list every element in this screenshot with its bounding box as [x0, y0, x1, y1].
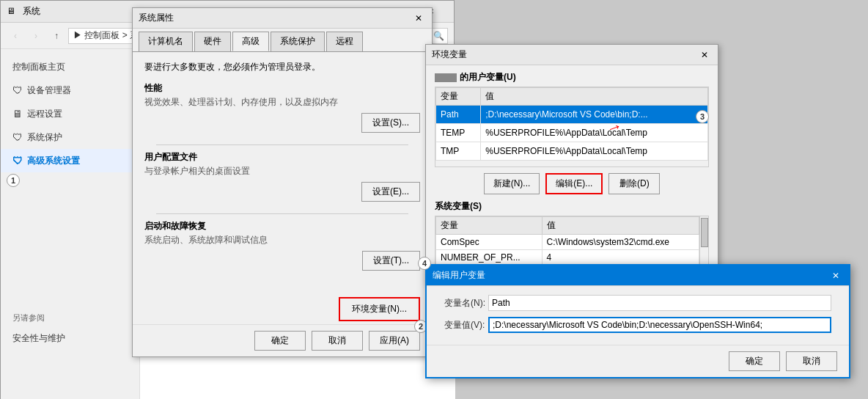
performance-settings-button[interactable]: 设置(S)...: [361, 113, 420, 133]
startup-recovery-desc: 系统启动、系统故障和调试信息: [144, 234, 420, 246]
badge-3: 3: [696, 110, 709, 123]
user-var-header-value: 值: [481, 88, 708, 106]
user-var-row-path[interactable]: Path ;D:\necessary\Microsoft VS Code\bin…: [436, 106, 708, 124]
sys-var-header-name: 变量: [436, 217, 542, 235]
user-profile-section: 用户配置文件 与登录帐户相关的桌面设置 设置(E)...: [144, 151, 420, 202]
performance-label: 性能: [144, 82, 420, 95]
system-protection-label: 系统保护: [27, 131, 62, 144]
user-var-value-path: ;D:\necessary\Microsoft VS Code\bin;D:..…: [481, 106, 708, 124]
sysprop-ok-button[interactable]: 确定: [254, 331, 306, 351]
sysprop-cancel-button[interactable]: 取消: [312, 331, 363, 351]
sysprop-close-button[interactable]: ✕: [411, 11, 426, 26]
var-value-input[interactable]: [488, 317, 831, 333]
var-name-input[interactable]: [488, 295, 831, 311]
var-value-label: 变量值(V):: [444, 319, 488, 332]
edit-ok-button[interactable]: 确定: [729, 351, 780, 371]
shield-icon-2: 🛡: [12, 131, 23, 143]
user-var-row-temp[interactable]: TEMP %USERPROFILE%\AppData\Local\Temp: [436, 124, 708, 142]
edit-dialog: 编辑用户变量 ✕ 变量名(N): 变量值(V): 确定 取消 4: [425, 264, 850, 378]
user-var-name-path: Path: [436, 106, 481, 124]
user-avatar-icon: [435, 73, 457, 82]
env-title: 环境变量: [432, 48, 697, 61]
performance-section: 性能 视觉效果、处理器计划、内存使用，以及虚拟内存 设置(S)...: [144, 82, 420, 133]
tab-hardware[interactable]: 硬件: [194, 32, 231, 51]
user-profile-settings-button[interactable]: 设置(E)...: [361, 182, 420, 202]
up-button[interactable]: ↑: [48, 27, 65, 45]
sidebar: 控制面板主页 🛡 设备管理器 🖥 远程设置 🛡 系统保护 🛡 高级系统设置 另请…: [1, 49, 140, 399]
startup-recovery-section: 启动和故障恢复 系统启动、系统故障和调试信息 设置(T)...: [144, 220, 420, 271]
tab-system-protection[interactable]: 系统保护: [271, 32, 325, 51]
divider-1: [156, 144, 408, 145]
startup-recovery-label: 启动和故障恢复: [144, 220, 420, 233]
sysprop-title: 系统属性: [139, 12, 411, 24]
shield-icon-1: 🛡: [12, 84, 23, 96]
user-vars-table: 变量 值 Path ;D:\necessary\Microsoft VS Cod…: [435, 87, 708, 161]
edit-cancel-button[interactable]: 取消: [786, 351, 837, 371]
env-titlebar: 环境变量 ✕: [426, 45, 718, 65]
user-new-button[interactable]: 新建(N)...: [484, 173, 540, 194]
see-also: 另请参阅 安全性与维护: [1, 307, 140, 356]
user-profile-desc: 与登录帐户相关的桌面设置: [144, 165, 420, 177]
user-section-header: 的用户变量(U): [435, 71, 709, 84]
badge-1: 1: [7, 174, 20, 187]
divider-2: [156, 213, 408, 214]
sys-var-row-comspec[interactable]: ComSpec C:\Windows\system32\cmd.exe: [436, 235, 699, 250]
sysprop-footer: 确定 取消 应用(A): [133, 324, 432, 356]
sysprop-titlebar: 系统属性 ✕: [133, 8, 432, 29]
env-close-button[interactable]: ✕: [697, 48, 712, 62]
device-manager-label: 设备管理器: [27, 84, 71, 97]
sidebar-item-remote-settings[interactable]: 🖥 远程设置: [1, 102, 139, 125]
remote-settings-label: 远程设置: [27, 108, 62, 120]
var-name-label: 变量名(N):: [444, 297, 488, 310]
sidebar-item-advanced-settings[interactable]: 🛡 高级系统设置: [1, 149, 139, 172]
startup-recovery-settings-button[interactable]: 设置(T)...: [362, 251, 420, 271]
user-edit-button[interactable]: 编辑(E)...: [545, 173, 603, 194]
sys-var-header-value: 值: [542, 217, 699, 235]
user-var-name-temp: TEMP: [436, 124, 481, 142]
env-vars-button[interactable]: 环境变量(N)...: [339, 297, 420, 321]
user-profile-label: 用户配置文件: [144, 151, 420, 164]
system-icon: 🖥: [7, 6, 18, 18]
env-body: → 的用户变量(U) 变量 值 Path ;D:\necessary\Micro…: [426, 65, 718, 285]
user-delete-button[interactable]: 删除(D): [608, 173, 660, 194]
sidebar-item-device-manager[interactable]: 🛡 设备管理器: [1, 78, 139, 102]
home-label: 控制面板主页: [12, 61, 65, 73]
advanced-settings-label: 高级系统设置: [27, 155, 80, 167]
shield-icon-3: 🛡: [12, 155, 23, 166]
sysprop-body: 要进行大多数更改，您必须作为管理员登录。 性能 视觉效果、处理器计划、内存使用，…: [133, 52, 432, 291]
tab-advanced[interactable]: 高级: [232, 32, 269, 51]
sys-section-header: 系统变量(S): [435, 200, 709, 213]
back-button[interactable]: ‹: [7, 27, 24, 45]
user-var-header-name: 变量: [436, 88, 481, 106]
sidebar-item-system-protection[interactable]: 🛡 系统保护: [1, 125, 139, 149]
security-label: 安全性与维护: [12, 332, 65, 345]
edit-body: 变量名(N): 变量值(V):: [427, 286, 849, 345]
tab-computer-name[interactable]: 计算机名: [139, 32, 193, 51]
tab-bar: 计算机名 硬件 高级 系统保护 远程: [133, 29, 432, 52]
edit-close-button[interactable]: ✕: [828, 268, 843, 283]
sys-var-row-numproc[interactable]: NUMBER_OF_PR... 4: [436, 250, 699, 266]
edit-title: 编辑用户变量: [433, 269, 828, 282]
sidebar-item-home[interactable]: 控制面板主页: [1, 55, 139, 78]
sysprop-apply-button[interactable]: 应用(A): [369, 331, 420, 351]
performance-desc: 视觉效果、处理器计划、内存使用，以及虚拟内存: [144, 96, 420, 109]
var-name-row: 变量名(N):: [435, 295, 840, 311]
var-value-row: 变量值(V):: [435, 317, 840, 333]
env-dialog: 环境变量 ✕ → 的用户变量(U) 变量 值 Path ;D:\nec: [425, 44, 718, 285]
edit-footer: 确定 取消: [427, 345, 849, 377]
sys-var-value-comspec: C:\Windows\system32\cmd.exe: [542, 235, 699, 250]
user-var-value-tmp: %USERPROFILE%\AppData\Local\Temp: [481, 142, 708, 161]
admin-note: 要进行大多数更改，您必须作为管理员登录。: [144, 61, 420, 73]
sys-var-value-numproc: 4: [542, 250, 699, 266]
sysprop-dialog: 系统属性 ✕ 计算机名 硬件 高级 系统保护 远程 要进行大多数更改，您必须作为…: [132, 7, 433, 357]
edit-titlebar: 编辑用户变量 ✕: [427, 266, 849, 286]
user-var-row-tmp[interactable]: TMP %USERPROFILE%\AppData\Local\Temp: [436, 142, 708, 161]
sidebar-item-security[interactable]: 安全性与维护: [12, 326, 128, 350]
scrollbar-thumb[interactable]: [701, 218, 708, 247]
sys-var-name-numproc: NUMBER_OF_PR...: [436, 250, 542, 266]
forward-button[interactable]: ›: [27, 27, 45, 45]
user-vars-container: 变量 值 Path ;D:\necessary\Microsoft VS Cod…: [435, 87, 709, 167]
see-also-label: 另请参阅: [12, 312, 128, 323]
tab-remote[interactable]: 远程: [326, 32, 363, 51]
search-icon: 🔍: [433, 31, 444, 41]
